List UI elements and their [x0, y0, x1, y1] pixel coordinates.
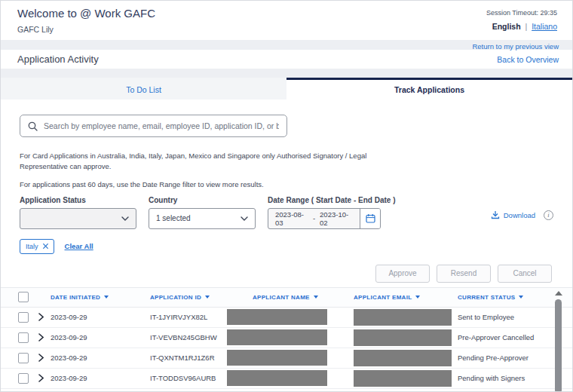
sort-icon[interactable]: [205, 296, 210, 299]
column-date-initiated[interactable]: DATE INITIATED: [51, 294, 150, 301]
search-icon: [28, 121, 38, 131]
applicant-email-redaction: [354, 309, 452, 326]
resend-button[interactable]: Resend: [437, 265, 491, 283]
row-expand-button[interactable]: [31, 354, 51, 362]
row-checkbox[interactable]: [18, 312, 29, 323]
top-bar-right: Session Timeout: 29:35 English | Italian…: [486, 7, 557, 34]
row-checkbox-cell: [1, 332, 31, 343]
applicant-name-cell: [227, 329, 354, 345]
application-status-filter: Application Status: [20, 196, 136, 229]
search-input[interactable]: [44, 121, 279, 130]
clear-all-link[interactable]: Clear All: [65, 242, 93, 250]
row-checkbox[interactable]: [18, 332, 29, 343]
application-id-value: IT-1JYIRVJYX82L: [150, 313, 227, 321]
calendar-button[interactable]: [360, 209, 380, 228]
select-all-checkbox[interactable]: [18, 292, 29, 302]
application-id-value: IT-TODDSV96AURB: [150, 374, 227, 382]
row-checkbox[interactable]: [18, 373, 29, 384]
applicant-name-redaction: [227, 350, 327, 366]
page-title: Application Activity: [17, 54, 99, 65]
return-previous-view-link[interactable]: Return to my previous view: [472, 42, 559, 51]
country-filter: Country 1 selected: [149, 196, 256, 229]
applications-table: DATE INITIATED APPLICATION ID APPLICANT …: [1, 287, 572, 389]
table-row: 2023-09-29 IT-1JYIRVJYX82L Sent to Emplo…: [1, 308, 572, 328]
approve-button[interactable]: Approve: [375, 265, 430, 283]
row-checkbox-cell: [1, 353, 31, 363]
applicant-email-cell: [354, 370, 458, 387]
sort-icon[interactable]: [519, 296, 523, 299]
column-applicant-email[interactable]: APPLICANT EMAIL: [354, 294, 458, 301]
application-id-value: IT-VEVBN245GBHW: [150, 333, 227, 341]
date-range-value: 2023-08-03 - 2023-10-02: [268, 209, 360, 228]
cancel-button[interactable]: Cancel: [498, 265, 552, 283]
application-status-select[interactable]: [20, 208, 136, 229]
tab-bar: To Do List Track Applications: [1, 78, 572, 100]
return-band: Return to my previous view: [1, 40, 572, 50]
date-range-field[interactable]: 2023-08-03 - 2023-10-02: [268, 208, 381, 229]
tab-track-applications[interactable]: Track Applications: [286, 78, 572, 100]
chevron-down-icon: [121, 216, 129, 221]
download-area: Download i: [491, 196, 553, 220]
language-english[interactable]: English: [492, 22, 521, 31]
sort-icon[interactable]: [415, 296, 420, 299]
table-row: 2023-09-29 IT-TODDSV96AURB Pending with …: [1, 369, 572, 389]
column-application-id[interactable]: APPLICATION ID: [150, 294, 227, 301]
download-label: Download: [504, 211, 535, 219]
column-applicant-name[interactable]: APPLICANT NAME: [227, 294, 354, 301]
applicant-email-cell: [354, 309, 458, 326]
date-range-separator: -: [313, 214, 315, 222]
column-label: CURRENT STATUS: [458, 294, 515, 301]
applicant-name-redaction: [227, 329, 327, 345]
language-italiano-link[interactable]: Italiano: [532, 22, 557, 31]
tab-to-do-list[interactable]: To Do List: [1, 78, 286, 100]
action-button-row: Approve Resend Cancel: [1, 265, 552, 283]
filter-row: Application Status Country 1 selected Da…: [20, 196, 553, 229]
date-range-start: 2023-08-03: [275, 210, 308, 227]
applicant-email-redaction: [354, 370, 452, 387]
applicant-name-cell: [227, 370, 354, 386]
search-box[interactable]: [20, 115, 287, 137]
sort-icon[interactable]: [104, 296, 109, 299]
welcome-title: Welcome to @ Work GAFC: [17, 7, 155, 20]
sort-icon[interactable]: [314, 296, 318, 299]
divider-band: [1, 69, 572, 78]
date-range-note: For applications past 60 days, use the D…: [20, 179, 375, 190]
date-range-end: 2023-10-02: [320, 210, 353, 227]
row-expand-button[interactable]: [31, 313, 51, 321]
applicant-name-cell: [227, 350, 354, 366]
header-checkbox-cell: [1, 292, 31, 302]
chevron-down-icon: [241, 216, 248, 221]
filter-chip-label: Italy: [26, 243, 38, 250]
table-row: 2023-09-29 IT-QXNTM1RJ1Z6R Pending Pre-A…: [1, 348, 572, 369]
chip-close-icon[interactable]: [43, 243, 48, 249]
column-label: DATE INITIATED: [51, 294, 100, 301]
column-label: APPLICANT EMAIL: [354, 294, 412, 301]
country-label: Country: [149, 196, 256, 204]
table-header-row: DATE INITIATED APPLICATION ID APPLICANT …: [1, 288, 572, 308]
applicant-name-redaction: [227, 309, 327, 325]
date-initiated-value: 2023-09-29: [51, 333, 150, 341]
scroll-up-arrow-icon[interactable]: [555, 291, 562, 296]
column-label: APPLICANT NAME: [253, 294, 310, 301]
info-icon[interactable]: i: [544, 210, 553, 220]
user-name: GAFC Lily: [17, 25, 155, 34]
row-checkbox-cell: [1, 373, 31, 384]
scrollbar-thumb[interactable]: [555, 299, 562, 392]
language-separator: |: [525, 22, 527, 31]
row-expand-button[interactable]: [31, 374, 51, 382]
row-checkbox[interactable]: [18, 353, 29, 363]
download-icon: [491, 210, 500, 219]
top-bar: Welcome to @ Work GAFC GAFC Lily Session…: [1, 1, 572, 40]
date-initiated-value: 2023-09-29: [51, 374, 150, 382]
country-select[interactable]: 1 selected: [149, 208, 256, 229]
filter-chip-italy[interactable]: Italy: [20, 239, 54, 254]
back-to-overview-link[interactable]: Back to Overview: [497, 55, 559, 64]
application-activity-page: Welcome to @ Work GAFC GAFC Lily Session…: [0, 0, 573, 392]
row-checkbox-cell: [1, 312, 31, 323]
table-scrollbar[interactable]: [554, 289, 563, 392]
calendar-icon: [366, 213, 375, 223]
download-button[interactable]: Download: [491, 210, 535, 219]
session-timeout: Session Timeout: 29:35: [486, 9, 557, 17]
date-range-label: Date Range ( Start Date - End Date ): [268, 196, 395, 204]
row-expand-button[interactable]: [31, 333, 51, 341]
